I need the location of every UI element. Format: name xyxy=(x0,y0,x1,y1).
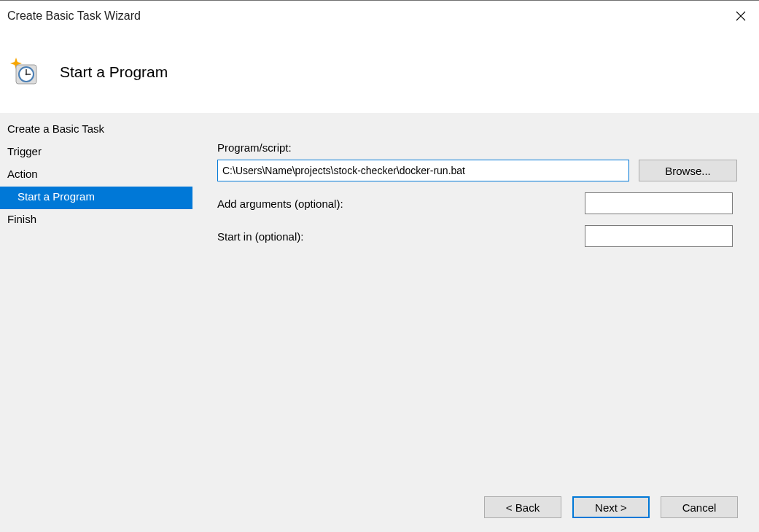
cancel-button[interactable]: Cancel xyxy=(661,496,738,518)
wizard-footer: < Back Next > Cancel xyxy=(0,496,759,532)
form-area: Program/script: Browse... Add arguments … xyxy=(192,113,759,532)
start-in-label: Start in (optional): xyxy=(217,230,585,243)
add-arguments-input[interactable] xyxy=(585,192,733,214)
sidebar-item-start-a-program[interactable]: Start a Program xyxy=(0,187,192,209)
back-button[interactable]: < Back xyxy=(484,496,561,518)
close-icon xyxy=(736,11,746,21)
add-arguments-label: Add arguments (optional): xyxy=(217,197,585,210)
main-area: Create a Basic Task Trigger Action Start… xyxy=(0,113,759,532)
program-script-label: Program/script: xyxy=(217,141,292,154)
start-in-input[interactable] xyxy=(585,225,733,247)
close-button[interactable] xyxy=(723,3,759,29)
wizard-steps-sidebar: Create a Basic Task Trigger Action Start… xyxy=(0,113,192,532)
program-script-input[interactable] xyxy=(217,160,629,181)
wizard-header: Start a Program xyxy=(0,31,759,113)
wizard-body: Create a Basic Task Trigger Action Start… xyxy=(0,113,759,532)
sidebar-item-trigger[interactable]: Trigger xyxy=(0,141,192,164)
sidebar-item-create-basic-task[interactable]: Create a Basic Task xyxy=(0,119,192,141)
sidebar-item-finish[interactable]: Finish xyxy=(0,209,192,232)
svg-point-7 xyxy=(26,73,28,75)
window-title: Create Basic Task Wizard xyxy=(7,9,141,23)
next-button[interactable]: Next > xyxy=(572,496,650,518)
sidebar-item-action[interactable]: Action xyxy=(0,164,192,187)
titlebar: Create Basic Task Wizard xyxy=(0,0,759,31)
page-title: Start a Program xyxy=(60,63,168,81)
browse-button[interactable]: Browse... xyxy=(639,160,737,181)
task-scheduler-icon xyxy=(10,58,39,87)
